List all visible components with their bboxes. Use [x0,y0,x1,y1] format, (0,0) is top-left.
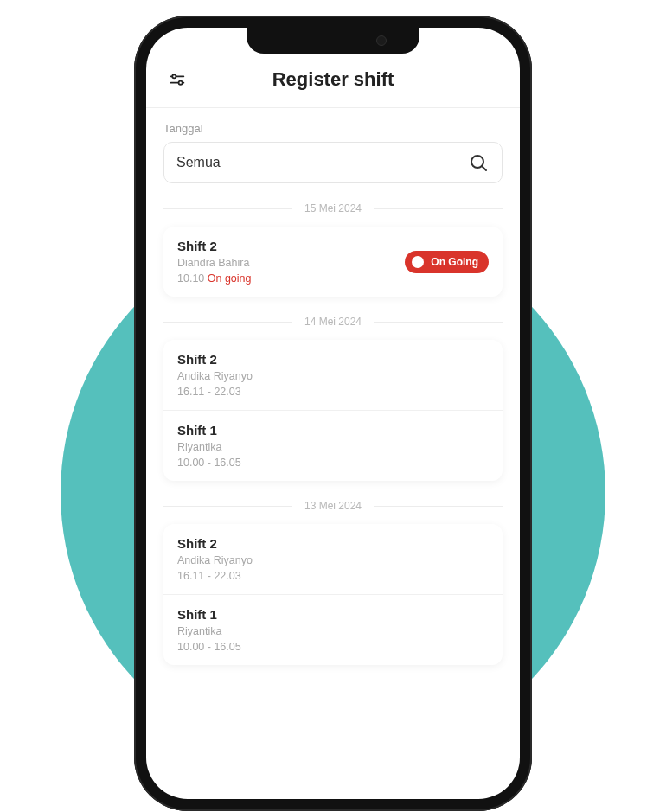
shift-person: Riyantika [177,441,241,453]
shift-info: Shift 1 Riyantika 10.00 - 16.05 [177,607,241,653]
shift-person: Riyantika [177,625,241,637]
shift-time: 16.11 - 22.03 [177,570,253,582]
divider-line [163,506,292,507]
shift-info: Shift 2 Andika Riyanyo 16.11 - 22.03 [177,352,253,398]
shift-time: 16.11 - 22.03 [177,386,253,398]
shift-name: Shift 2 [177,536,253,551]
shift-person: Andika Riyanyo [177,370,253,382]
date-filter-input[interactable] [176,155,467,170]
phone-frame: Register shift Tanggal 15 Me [134,16,532,811]
shift-time-prefix: 10.10 [177,272,208,285]
badge-label: On Going [431,256,478,268]
shift-name: Shift 1 [177,423,241,438]
shift-time: 10.00 - 16.05 [177,641,241,653]
date-filter-field[interactable] [163,142,503,183]
date-label: 15 Mei 2024 [304,202,362,214]
date-divider: 14 Mei 2024 [163,316,503,328]
shift-row[interactable]: Shift 2 Diandra Bahira 10.10 On going On… [163,227,503,297]
date-divider: 15 Mei 2024 [163,202,503,214]
divider-line [374,506,503,507]
divider-line [374,322,503,323]
search-icon[interactable] [467,151,490,174]
phone-notch [247,28,419,54]
divider-line [163,322,292,323]
divider-line [374,208,503,209]
shift-name: Shift 1 [177,607,241,622]
shift-info: Shift 2 Diandra Bahira 10.10 On going [177,239,252,285]
top-bar: Register shift [146,62,520,108]
shift-card: Shift 2 Diandra Bahira 10.10 On going On… [163,227,503,297]
shift-time: 10.00 - 16.05 [177,457,241,469]
shift-name: Shift 2 [177,239,252,253]
shift-info: Shift 1 Riyantika 10.00 - 16.05 [177,423,241,469]
date-label: 14 Mei 2024 [304,316,362,328]
svg-line-5 [482,166,486,170]
badge-dot-icon [412,256,424,268]
app-root: Register shift Tanggal 15 Me [146,28,520,799]
shift-card: Shift 2 Andika Riyanyo 16.11 - 22.03 Shi… [163,524,503,665]
divider-line [163,208,292,209]
shift-row[interactable]: Shift 1 Riyantika 10.00 - 16.05 [163,410,503,481]
shift-row[interactable]: Shift 2 Andika Riyanyo 16.11 - 22.03 [163,340,503,410]
page-title: Register shift [165,68,501,91]
ongoing-badge: On Going [405,251,489,273]
shift-person: Andika Riyanyo [177,554,253,566]
shift-row[interactable]: Shift 2 Andika Riyanyo 16.11 - 22.03 [163,524,503,594]
date-divider: 13 Mei 2024 [163,500,503,512]
shift-time: 10.10 On going [177,272,252,285]
date-label: 13 Mei 2024 [304,500,362,512]
shift-ongoing-text: On going [208,272,252,285]
filter-label: Tanggal [163,122,503,135]
content-area: Tanggal 15 Mei 2024 [146,108,520,665]
phone-screen: Register shift Tanggal 15 Me [146,28,520,799]
shift-info: Shift 2 Andika Riyanyo 16.11 - 22.03 [177,536,253,582]
shift-card: Shift 2 Andika Riyanyo 16.11 - 22.03 Shi… [163,340,503,481]
shift-person: Diandra Bahira [177,257,252,269]
shift-row[interactable]: Shift 1 Riyantika 10.00 - 16.05 [163,594,503,665]
shift-name: Shift 2 [177,352,253,367]
